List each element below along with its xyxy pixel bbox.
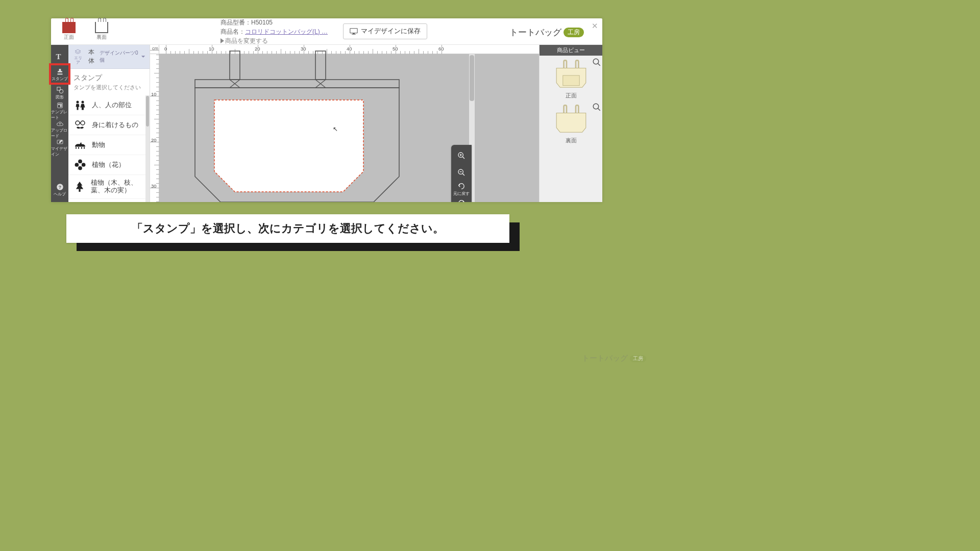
cat-animal[interactable]: 動物	[68, 135, 145, 155]
cat-nature[interactable]: 自然、昆虫	[68, 199, 145, 202]
svg-rect-20	[79, 189, 80, 192]
cat-wear[interactable]: 身に着けるもの	[68, 115, 145, 135]
change-product-link[interactable]: 商品を変更する	[220, 36, 328, 45]
svg-line-29	[462, 157, 464, 159]
zoom-in-button[interactable]	[453, 148, 470, 163]
tool-mydesign[interactable]: マイデザイン	[51, 139, 68, 157]
save-to-mydesign-button[interactable]: マイデザインに保存	[343, 23, 427, 39]
text-icon: T	[56, 53, 64, 60]
design-editor-window: 正面 裏面 商品型番：H50105 商品名：コロリドコットンバッグ(L) … 商…	[51, 18, 602, 202]
mydesign-icon	[56, 139, 64, 145]
side-panel: エリア 本体 デザインパーツ0個 スタンプ タンプを選択してください 人、人の部…	[68, 45, 150, 202]
play-icon	[220, 38, 224, 43]
tool-upload[interactable]: アップロード	[51, 120, 68, 139]
magnify-icon[interactable]	[592, 58, 601, 67]
cat-tree[interactable]: 植物（木、枝、葉、木の実）	[68, 175, 145, 199]
svg-text:?: ?	[58, 184, 61, 189]
design-canvas[interactable]: ↖	[159, 54, 539, 202]
tool-column: T スタンプ 図形 テンプレート アップロード マイデザイン	[51, 45, 68, 202]
template-icon	[56, 102, 64, 109]
product-info: 商品型番：H50105 商品名：コロリドコットンバッグ(L) … 商品を変更する	[220, 18, 328, 45]
glasses-mustache-icon	[74, 119, 87, 131]
svg-point-11	[77, 101, 79, 104]
cat-label: 人、人の部位	[92, 101, 132, 110]
svg-line-40	[598, 63, 600, 66]
model-label: 商品型番：	[220, 19, 251, 26]
svg-point-15	[78, 160, 82, 164]
bag-back-icon	[95, 22, 108, 33]
product-view-sidebar: 商品ビュー 正面 裏面	[539, 45, 602, 202]
parts-count: デザインパーツ0個	[100, 49, 139, 64]
close-icon[interactable]: ✕	[592, 21, 598, 31]
preview-front-thumb	[553, 60, 590, 90]
ruler-vertical: 10 20 30	[150, 54, 159, 202]
mouse-cursor-icon: ↖	[333, 126, 338, 133]
panel-scrollbar[interactable]	[145, 95, 150, 202]
tool-help[interactable]: ? ヘルプ	[51, 181, 68, 199]
flower-icon	[74, 159, 87, 170]
zoom-in-icon	[457, 152, 465, 160]
svg-rect-23	[195, 80, 399, 88]
model-value: H50105	[251, 19, 273, 26]
redo-button[interactable]: やり直し	[453, 198, 470, 202]
zoom-out-button[interactable]	[453, 165, 470, 180]
chevron-down-icon	[141, 54, 145, 59]
instruction-caption: 「スタンプ」を選択し、次にカテゴリを選択してください。	[66, 214, 509, 243]
cat-icon	[74, 139, 87, 151]
tool-text[interactable]: T	[51, 47, 68, 65]
face-back-label: 裏面	[96, 34, 107, 41]
svg-rect-5	[57, 103, 62, 108]
help-icon: ?	[56, 183, 64, 191]
canvas-area: cm 0 10 20 30 40 50 60 10 20 30	[150, 45, 539, 202]
tool-shape[interactable]: 図形	[51, 84, 68, 102]
svg-point-41	[593, 104, 599, 109]
stamp-highlight-box	[49, 63, 70, 85]
shape-icon	[56, 86, 64, 94]
bag-front-icon	[62, 22, 76, 33]
svg-line-33	[462, 173, 464, 176]
svg-rect-6	[58, 104, 60, 105]
preview-back-label: 裏面	[543, 137, 599, 144]
stamp-category-list: 人、人の部位 身に着けるもの 動物 植物（花） 植物（木、枝、葉、木の実）	[68, 95, 145, 202]
name-label: 商品名：	[220, 28, 245, 35]
monitor-icon	[350, 28, 358, 35]
redo-icon	[457, 199, 465, 202]
svg-point-17	[78, 166, 82, 170]
svg-point-4	[59, 89, 63, 93]
svg-point-39	[593, 59, 599, 64]
brand-logo: トートバッグ 工房	[509, 27, 584, 38]
svg-line-42	[598, 108, 600, 111]
svg-point-12	[82, 101, 84, 104]
panel-title: 本体	[88, 48, 99, 65]
panel-head[interactable]: エリア 本体 デザインパーツ0個	[68, 45, 150, 69]
upload-icon	[56, 120, 64, 127]
area-icon: エリア	[72, 49, 83, 65]
stamp-panel-note: タンプを選択してください	[68, 84, 150, 95]
preview-back-thumb	[553, 105, 590, 135]
preview-back[interactable]: 裏面	[540, 101, 602, 145]
face-front-label: 正面	[64, 34, 74, 41]
svg-rect-21	[230, 51, 240, 80]
cat-people[interactable]: 人、人の部位	[68, 95, 145, 115]
cat-label: 動物	[92, 141, 105, 149]
svg-point-16	[82, 163, 86, 167]
cat-flower[interactable]: 植物（花）	[68, 155, 145, 175]
tool-template[interactable]: テンプレート	[51, 102, 68, 120]
svg-rect-1	[353, 33, 355, 34]
svg-rect-0	[350, 29, 357, 33]
svg-rect-7	[60, 104, 62, 107]
preview-front-label: 正面	[543, 92, 599, 99]
watermark: トートバッグ 工房	[582, 354, 646, 363]
product-name-link[interactable]: コロリドコットンバッグ(L) …	[245, 28, 328, 35]
svg-rect-22	[315, 51, 326, 80]
preview-front[interactable]: 正面	[540, 56, 602, 101]
people-icon	[74, 99, 87, 111]
face-front-button[interactable]: 正面	[57, 22, 81, 41]
tree-icon	[74, 181, 86, 192]
svg-point-19	[79, 163, 82, 166]
face-back-button[interactable]: 裏面	[90, 22, 113, 41]
svg-point-13	[76, 121, 80, 125]
svg-rect-2	[352, 34, 356, 35]
magnify-icon[interactable]	[592, 103, 601, 112]
undo-button[interactable]: 元に戻す	[453, 182, 470, 197]
